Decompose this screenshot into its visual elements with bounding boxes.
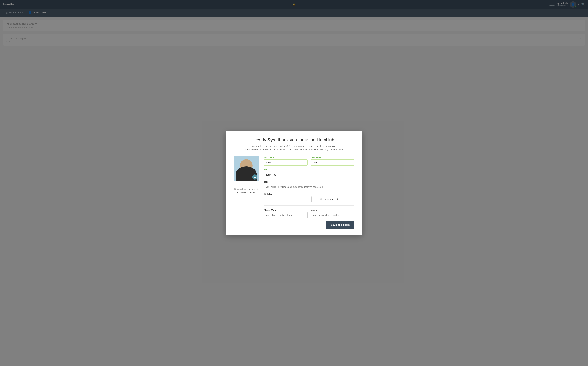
drag-text-line2: to browse your files bbox=[237, 191, 255, 193]
profile-setup-modal: Howdy Sys, thank you for using HumHub. Y… bbox=[226, 131, 362, 235]
modal-title-name: Sys bbox=[267, 137, 275, 142]
hide-birth-year-checkbox[interactable] bbox=[315, 198, 317, 200]
modal-footer: Save and close bbox=[264, 221, 354, 229]
first-name-group: First name* bbox=[264, 156, 307, 166]
modal-overlay: Howdy Sys, thank you for using HumHub. Y… bbox=[0, 0, 588, 366]
last-name-label: Last name* bbox=[311, 156, 354, 159]
modal-title-prefix: Howdy bbox=[252, 137, 267, 142]
birthday-input[interactable] bbox=[264, 196, 312, 202]
mobile-label: Mobile bbox=[311, 209, 354, 211]
modal-title: Howdy Sys, thank you for using HumHub. bbox=[234, 137, 354, 143]
modal-subtitle-line1: You are the first user here... Yehaaa! B… bbox=[252, 145, 336, 147]
last-name-input[interactable] bbox=[311, 160, 354, 166]
mobile-input[interactable] bbox=[311, 212, 354, 218]
tags-input[interactable] bbox=[264, 184, 354, 190]
first-name-input[interactable] bbox=[264, 160, 307, 166]
mobile-group: Mobile bbox=[311, 209, 354, 218]
tags-row: Tags bbox=[264, 181, 354, 190]
title-row: Title bbox=[264, 168, 354, 178]
modal-subtitle: You are the first user here... Yehaaa! B… bbox=[234, 144, 354, 152]
tags-label: Tags bbox=[264, 181, 354, 183]
modal-body: ☁ ↑ Drag a photo here or click to browse… bbox=[234, 156, 354, 229]
title-input[interactable] bbox=[264, 172, 354, 178]
birthday-row: Birthday Hide my year of birth bbox=[264, 193, 354, 202]
name-row: First name* Last name* bbox=[264, 156, 354, 166]
birthday-group: Birthday bbox=[264, 193, 312, 202]
phone-work-input[interactable] bbox=[264, 212, 307, 218]
modal-subtitle-line2: so that future users know who is the top… bbox=[243, 148, 345, 151]
hide-birth-year-label: Hide my year of birth bbox=[319, 198, 339, 200]
phone-row: Phone Work Mobile bbox=[264, 209, 354, 218]
birthday-label: Birthday bbox=[264, 193, 312, 195]
save-and-close-button[interactable]: Save and close bbox=[326, 221, 354, 229]
title-label: Title bbox=[264, 168, 354, 171]
drag-upload-arrow-icon: ↑ bbox=[245, 182, 247, 186]
photo-drag-text[interactable]: Drag a photo here or click to browse you… bbox=[235, 188, 258, 194]
photo-upload-section: ☁ ↑ Drag a photo here or click to browse… bbox=[234, 156, 259, 194]
last-name-group: Last name* bbox=[311, 156, 354, 166]
photo-preview[interactable]: ☁ bbox=[234, 156, 259, 181]
title-group: Title bbox=[264, 168, 354, 178]
photo-upload-button[interactable]: ☁ bbox=[252, 175, 257, 180]
profile-form: First name* Last name* bbox=[264, 156, 354, 229]
first-name-label: First name* bbox=[264, 156, 307, 159]
phone-work-group: Phone Work bbox=[264, 209, 307, 218]
modal-title-suffix: , thank you for using HumHub. bbox=[275, 137, 336, 142]
phone-work-label: Phone Work bbox=[264, 209, 307, 211]
drag-text-line1: Drag a photo here or click bbox=[235, 188, 258, 190]
upload-cloud-icon: ☁ bbox=[254, 175, 256, 179]
hide-birth-year-group: Hide my year of birth bbox=[315, 195, 339, 200]
tags-group: Tags bbox=[264, 181, 354, 190]
